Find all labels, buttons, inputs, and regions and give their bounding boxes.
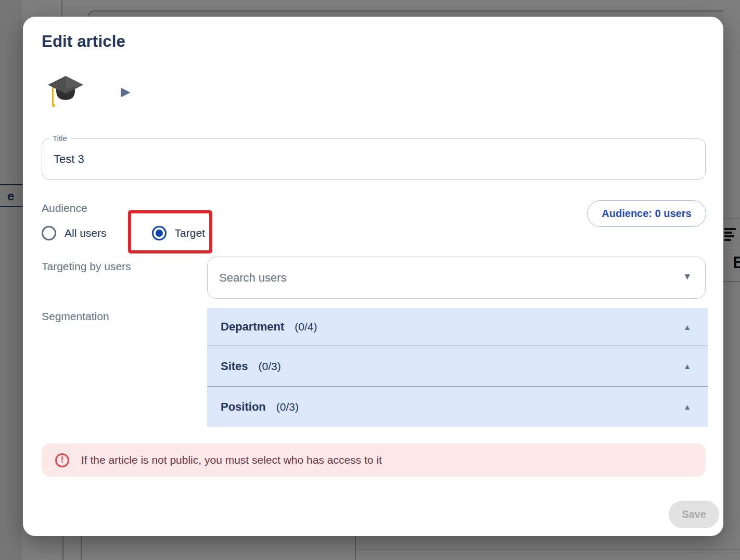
warning-icon: ! <box>55 453 69 467</box>
segmentation-section-label: Segmentation <box>42 310 109 323</box>
dialog-title: Edit article <box>42 32 125 51</box>
radio-target[interactable]: Target <box>152 226 205 240</box>
accordion-position[interactable]: Position (0/3) ▲ <box>207 386 708 427</box>
article-emoji-picker[interactable]: ▶ <box>46 72 108 113</box>
expand-right-icon: ▶ <box>121 85 130 98</box>
radio-all-users-label: All users <box>65 227 107 239</box>
chevron-up-icon: ▲ <box>683 323 691 332</box>
audience-count-button[interactable]: Audience: 0 users <box>587 200 706 227</box>
audience-section-label: Audience <box>42 202 87 214</box>
search-users-input[interactable] <box>208 257 705 298</box>
targeting-section-label: Targeting by users <box>42 260 131 273</box>
accordion-department-label: Department <box>221 320 284 334</box>
warning-banner: ! If the article is not public, you must… <box>42 443 706 477</box>
radio-target-label: Target <box>175 227 205 239</box>
accordion-position-label: Position <box>221 400 266 414</box>
title-input[interactable] <box>42 139 705 179</box>
edit-article-dialog: Edit article ▶ Title Audience All users <box>23 17 723 536</box>
accordion-department-count: (0/4) <box>295 321 317 333</box>
chevron-up-icon: ▲ <box>683 362 691 371</box>
accordion-position-count: (0/3) <box>276 401 299 413</box>
chevron-up-icon: ▲ <box>683 402 691 411</box>
screen: e B Edit article ▶ Title <box>0 0 740 560</box>
audience-radio-group: All users Target <box>42 224 205 243</box>
title-field-label: Title <box>49 134 70 143</box>
search-users-dropdown: ▼ <box>207 257 706 299</box>
accordion-sites[interactable]: Sites (0/3) ▲ <box>207 346 708 386</box>
accordion-sites-label: Sites <box>221 360 248 373</box>
radio-circle-icon <box>42 226 56 240</box>
graduation-cap-icon <box>46 75 85 112</box>
radio-all-users[interactable]: All users <box>42 226 107 240</box>
radio-circle-icon <box>152 226 167 240</box>
warning-text: If the article is not public, you must s… <box>81 454 382 466</box>
segmentation-accordion: Department (0/4) ▲ Sites (0/3) ▲ Positio… <box>207 308 708 427</box>
title-field: Title <box>42 138 706 180</box>
save-button[interactable]: Save <box>669 501 719 528</box>
accordion-department[interactable]: Department (0/4) ▲ <box>207 308 708 346</box>
accordion-sites-count: (0/3) <box>259 360 281 373</box>
